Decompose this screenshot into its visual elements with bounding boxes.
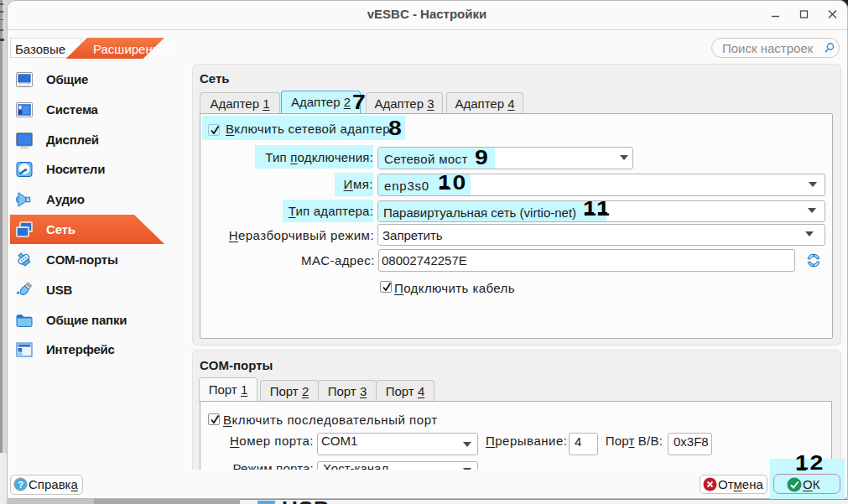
svg-text:?: ? xyxy=(18,480,23,490)
